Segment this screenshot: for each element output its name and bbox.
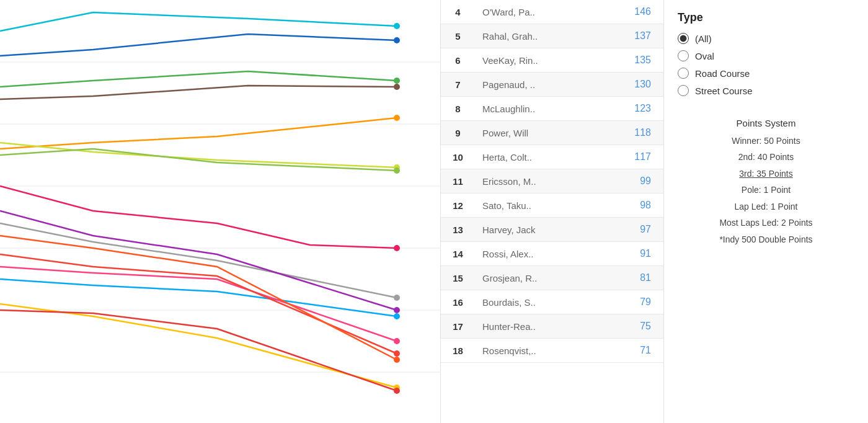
svg-point-21 — [394, 388, 400, 394]
points-line: 3rd: 35 Points — [678, 166, 854, 182]
svg-point-6 — [394, 23, 400, 29]
points-line: *Indy 500 Double Points — [678, 231, 854, 248]
driver-cell: VeeKay, Rin.. — [475, 48, 577, 73]
svg-point-9 — [394, 84, 400, 90]
table-row: 13 Harvey, Jack 97 — [441, 218, 663, 242]
table-row: 9 Power, Will 118 — [441, 121, 663, 145]
points-system-title: Points System — [678, 115, 854, 133]
table-row: 14 Rossi, Alex.. 91 — [441, 242, 663, 266]
table-row: 17 Hunter-Rea.. 75 — [441, 314, 663, 339]
table-row: 15 Grosjean, R.. 81 — [441, 266, 663, 290]
table-row: 8 McLaughlin.. 123 — [441, 97, 663, 121]
radio-item-road_course[interactable]: Road Course — [678, 68, 854, 79]
rank-cell: 13 — [441, 218, 475, 242]
table-row: 18 Rosenqvist,.. 71 — [441, 339, 663, 363]
points-cell: 130 — [577, 73, 663, 97]
rank-cell: 11 — [441, 169, 475, 194]
points-cell: 146 — [577, 0, 663, 24]
points-cell: 71 — [577, 339, 663, 363]
driver-cell: Power, Will — [475, 121, 577, 145]
svg-point-16 — [394, 313, 400, 319]
table-row: 4 O'Ward, Pa.. 146 — [441, 0, 663, 24]
points-line: Lap Led: 1 Point — [678, 198, 854, 215]
driver-cell: Sato, Taku.. — [475, 194, 577, 218]
radio-input-all[interactable] — [678, 33, 689, 44]
table-row: 10 Herta, Colt.. 117 — [441, 145, 663, 169]
rank-cell: 6 — [441, 48, 475, 73]
radio-input-oval[interactable] — [678, 50, 689, 61]
points-system: Points System Winner: 50 Points2nd: 40 P… — [678, 115, 854, 248]
rank-cell: 16 — [441, 290, 475, 314]
driver-cell: Grosjean, R.. — [475, 266, 577, 290]
svg-point-18 — [394, 350, 400, 357]
type-filter-title: Type — [678, 11, 854, 24]
rank-cell: 5 — [441, 24, 475, 48]
driver-cell: Ericsson, M.. — [475, 169, 577, 194]
rank-cell: 14 — [441, 242, 475, 266]
svg-point-7 — [394, 37, 400, 43]
rank-cell: 17 — [441, 314, 475, 339]
radio-label-road_course: Road Course — [695, 68, 750, 79]
rank-cell: 10 — [441, 145, 475, 169]
table-row: 11 Ericsson, M.. 99 — [441, 169, 663, 194]
points-cell: 99 — [577, 169, 663, 194]
radio-input-road_course[interactable] — [678, 68, 689, 79]
table-area: 4 O'Ward, Pa.. 146 5 Rahal, Grah.. 137 6… — [440, 0, 663, 423]
svg-point-10 — [394, 115, 400, 121]
rank-cell: 9 — [441, 121, 475, 145]
driver-cell: Rahal, Grah.. — [475, 24, 577, 48]
table-row: 12 Sato, Taku.. 98 — [441, 194, 663, 218]
driver-cell: Pagenaud, .. — [475, 73, 577, 97]
table-row: 5 Rahal, Grah.. 137 — [441, 24, 663, 48]
driver-cell: Bourdais, S.. — [475, 290, 577, 314]
driver-cell: Hunter-Rea.. — [475, 314, 577, 339]
table-row: 16 Bourdais, S.. 79 — [441, 290, 663, 314]
points-line: Pole: 1 Point — [678, 182, 854, 198]
rank-cell: 15 — [441, 266, 475, 290]
radio-label-oval: Oval — [695, 51, 714, 61]
rank-cell: 4 — [441, 0, 475, 24]
radio-label-all: (All) — [695, 33, 712, 44]
svg-point-8 — [394, 78, 400, 84]
points-line: Most Laps Led: 2 Points — [678, 215, 854, 231]
radio-label-street_course: Street Course — [695, 86, 753, 96]
points-cell: 75 — [577, 314, 663, 339]
points-line: Winner: 50 Points — [678, 133, 854, 149]
points-cell: 97 — [577, 218, 663, 242]
radio-item-oval[interactable]: Oval — [678, 50, 854, 61]
standings-table: 4 O'Ward, Pa.. 146 5 Rahal, Grah.. 137 6… — [441, 0, 663, 363]
radio-input-street_course[interactable] — [678, 85, 689, 96]
right-panel: Type (All) Oval Road Course Street Cours… — [663, 0, 868, 423]
svg-point-19 — [394, 357, 400, 363]
radio-item-street_course[interactable]: Street Course — [678, 85, 854, 96]
chart-area — [0, 0, 440, 423]
table-row: 7 Pagenaud, .. 130 — [441, 73, 663, 97]
points-cell: 79 — [577, 290, 663, 314]
points-cell: 135 — [577, 48, 663, 73]
driver-cell: Rosenqvist,.. — [475, 339, 577, 363]
points-cell: 81 — [577, 266, 663, 290]
svg-point-13 — [394, 245, 400, 251]
points-cell: 98 — [577, 194, 663, 218]
table-row: 6 VeeKay, Rin.. 135 — [441, 48, 663, 73]
chart-svg — [0, 0, 440, 423]
driver-cell: Harvey, Jack — [475, 218, 577, 242]
driver-cell: Herta, Colt.. — [475, 145, 577, 169]
svg-point-17 — [394, 338, 400, 344]
points-cell: 91 — [577, 242, 663, 266]
rank-cell: 7 — [441, 73, 475, 97]
radio-item-all[interactable]: (All) — [678, 33, 854, 44]
svg-point-14 — [394, 295, 400, 301]
driver-cell: McLaughlin.. — [475, 97, 577, 121]
rank-cell: 12 — [441, 194, 475, 218]
points-cell: 117 — [577, 145, 663, 169]
rank-cell: 18 — [441, 339, 475, 363]
driver-cell: O'Ward, Pa.. — [475, 0, 577, 24]
points-cell: 118 — [577, 121, 663, 145]
rank-cell: 8 — [441, 97, 475, 121]
driver-cell: Rossi, Alex.. — [475, 242, 577, 266]
svg-point-12 — [394, 167, 400, 174]
svg-point-15 — [394, 307, 400, 313]
points-cell: 137 — [577, 24, 663, 48]
type-filter-group: (All) Oval Road Course Street Course — [678, 33, 854, 96]
